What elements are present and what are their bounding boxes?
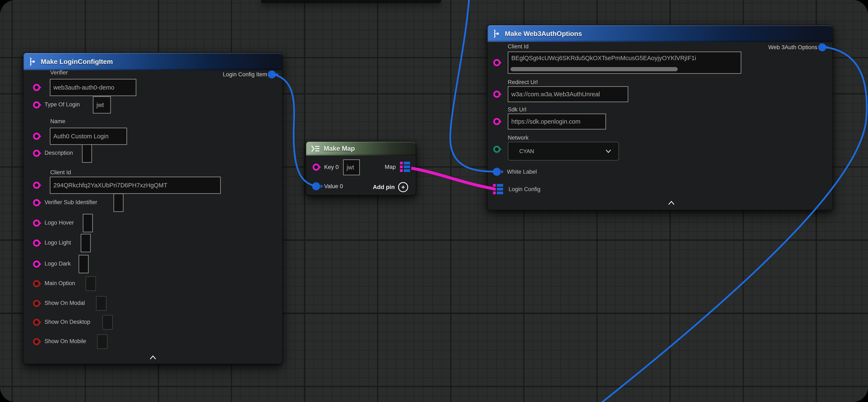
pin-label-name: Name — [50, 118, 65, 125]
node-make-map[interactable]: Make Map Key 0 jwt Map Value 0 Add pin + — [306, 141, 416, 195]
add-pin-button[interactable]: Add pin + — [373, 182, 408, 192]
pin-label-logo-light: Logo Light — [44, 239, 71, 246]
pin-label-verifier-sub-identifier: Verifier Sub Identifier — [44, 199, 97, 206]
node-title: Make LoginConfigItem — [41, 58, 113, 66]
make-map-icon — [311, 145, 320, 153]
input-pin-description[interactable] — [33, 150, 40, 157]
sdk-url-field[interactable]: https://sdk.openlogin.com — [508, 114, 606, 130]
output-pin-web-3auth-options[interactable] — [818, 43, 826, 51]
logo-dark-field[interactable] — [79, 255, 89, 273]
input-pin-key-0[interactable] — [313, 164, 320, 171]
input-pin-logo-light[interactable] — [33, 239, 40, 247]
show-on-modal-checkbox[interactable] — [96, 296, 106, 311]
pin-label-show-on-desktop: Show On Desktop — [44, 319, 90, 325]
key-0-field[interactable]: jwt — [343, 160, 360, 175]
pin-label-type-of-login: Type Of Login — [44, 101, 80, 108]
input-pin-type-of-login[interactable] — [33, 101, 40, 109]
pin-label-web-3auth-options: Web 3Auth Options — [768, 44, 817, 51]
client-id-value: BEglQSgt4cUWcj6SKRdu5QkOXTsePmMcusG5EAoy… — [511, 55, 696, 62]
pin-label-sdk-url: Sdk Url — [508, 106, 526, 113]
input-pin-show-on-modal[interactable] — [33, 300, 40, 307]
node-header-make-loginconfigitem[interactable]: Make LoginConfigItem — [24, 53, 282, 70]
make-struct-icon — [28, 57, 37, 66]
collapse-chevron-up-icon[interactable] — [668, 201, 675, 205]
redirect-url-field[interactable]: w3a://com.w3a.Web3AuthUnreal — [508, 86, 628, 102]
input-pin-verifier[interactable] — [33, 84, 40, 91]
network-dropdown[interactable]: CYAN — [508, 142, 619, 161]
pin-label-login-config: Login Config — [508, 186, 540, 193]
verifier-field[interactable]: web3auth-auth0-demo — [50, 79, 136, 96]
node-title: Make Map — [324, 145, 355, 152]
make-struct-icon — [492, 29, 501, 38]
node-title: Make Web3AuthOptions — [505, 30, 582, 38]
pin-label-value-0: Value 0 — [324, 183, 343, 190]
input-pin-verifier-sub-identifier[interactable] — [33, 199, 40, 206]
pin-label-show-on-mobile: Show On Mobile — [44, 338, 86, 345]
pin-label-white-label: White Label — [507, 169, 537, 175]
description-field[interactable] — [82, 144, 92, 163]
type-of-login-field[interactable]: jwt — [93, 96, 111, 114]
pin-label-client-id: Client Id — [508, 43, 529, 50]
pin-label-show-on-modal: Show On Modal — [44, 300, 85, 306]
client-id-field-scrollbar[interactable] — [510, 67, 678, 71]
node-header-make-map[interactable]: Make Map — [306, 142, 416, 155]
node-make-loginconfigitem[interactable]: Make LoginConfigItem Login Config Item V… — [23, 53, 283, 364]
input-pin-logo-hover[interactable] — [33, 220, 40, 227]
pin-label-main-option: Main Option — [44, 280, 75, 287]
input-pin-show-on-desktop[interactable] — [33, 319, 40, 326]
network-selected-value: CYAN — [519, 148, 534, 154]
node-make-web3authoptions[interactable]: Make Web3AuthOptions Web 3Auth Options C… — [487, 25, 833, 210]
input-pin-client-id[interactable] — [493, 59, 500, 66]
pin-label-description: Description — [44, 150, 73, 156]
input-pin-show-on-mobile[interactable] — [33, 338, 40, 345]
pin-label-login-config-item: Login Config Item — [223, 71, 267, 78]
add-pin-label: Add pin — [373, 184, 395, 191]
output-pin-map[interactable] — [400, 162, 411, 172]
input-pin-value-0[interactable] — [312, 182, 320, 190]
input-pin-main-option[interactable] — [33, 280, 40, 287]
node-header-make-web3authoptions[interactable]: Make Web3AuthOptions — [488, 25, 833, 42]
pin-label-logo-hover: Logo Hover — [44, 220, 74, 226]
client-id-field[interactable]: BEglQSgt4cUWcj6SKRdu5QkOXTsePmMcusG5EAoy… — [508, 52, 741, 74]
add-pin-circle-plus-icon: + — [398, 182, 408, 192]
output-pin-login-config-item[interactable] — [268, 70, 276, 79]
pin-label-network: Network — [508, 135, 529, 141]
input-pin-sdk-url[interactable] — [493, 118, 500, 125]
show-on-desktop-checkbox[interactable] — [102, 315, 113, 330]
logo-hover-field[interactable] — [83, 214, 93, 232]
show-on-mobile-checkbox[interactable] — [97, 334, 107, 349]
input-pin-white-label[interactable] — [493, 168, 501, 176]
pin-label-redirect-url: Redirect Url — [508, 79, 538, 86]
pin-label-key-0: Key 0 — [324, 164, 339, 171]
pin-label-map: Map — [384, 164, 396, 170]
wire-map-to-loginconfig — [411, 168, 494, 189]
logo-light-field[interactable] — [81, 234, 91, 252]
collapse-chevron-up-icon[interactable] — [149, 355, 156, 360]
pin-label-verifier: Verifier — [50, 69, 68, 76]
offscreen-node-fragment — [261, 0, 441, 3]
client-id-field[interactable]: 294QRkchfq2YaXUbPri7D6PH7xzHgQMT — [50, 177, 221, 194]
name-field[interactable]: Auth0 Custom Login — [50, 127, 127, 145]
input-pin-name[interactable] — [33, 133, 40, 140]
input-pin-login-config[interactable] — [493, 184, 504, 195]
input-pin-logo-dark[interactable] — [33, 260, 40, 268]
input-pin-client-id[interactable] — [33, 182, 40, 189]
blueprint-graph-canvas[interactable]: Make LoginConfigItem Login Config Item V… — [0, 0, 868, 402]
dropdown-chevron-down-icon — [606, 149, 611, 153]
pin-label-logo-dark: Logo Dark — [44, 260, 71, 267]
input-pin-redirect-url[interactable] — [493, 91, 500, 98]
input-pin-network[interactable] — [493, 146, 500, 153]
main-option-checkbox[interactable] — [86, 276, 96, 291]
pin-label-client-id: Client Id — [50, 169, 71, 176]
verifier-sub-identifier-field[interactable] — [114, 194, 124, 212]
